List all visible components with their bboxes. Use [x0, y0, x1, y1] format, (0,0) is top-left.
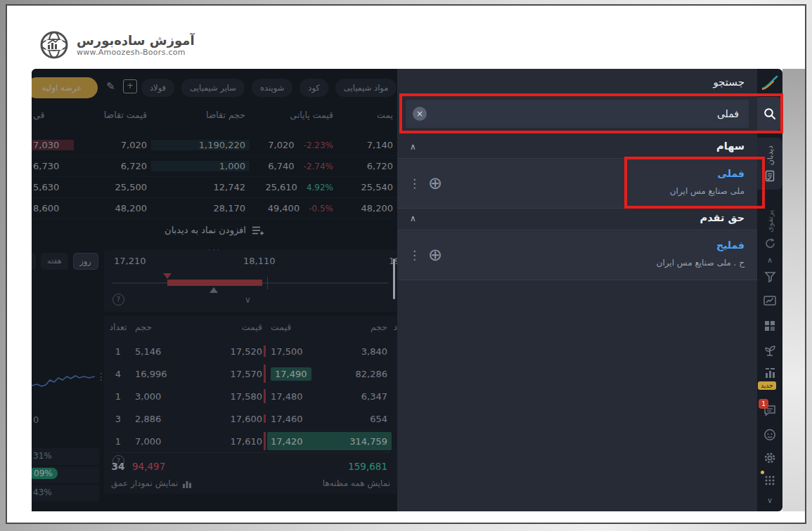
col-partial-left: قی [32, 110, 74, 120]
watch-row[interactable]: 09% [32, 466, 99, 483]
chart-period-chips: ​ هفته روز [32, 253, 98, 270]
search-result-right[interactable]: فملیح ح . ملی صنایع مس ایران ⋮ ⊕ [397, 231, 757, 280]
col-close-price: قیمت پایانی [250, 110, 337, 120]
orderbook-row[interactable]: 1 7,000 17,610 17,420 314,759 [104, 430, 397, 452]
price-range-card: 17,210 18,110 19 ? ∨ [104, 250, 397, 312]
chart-icon[interactable] [757, 295, 782, 306]
add-symbol-label: افزودن نماد به دیدبان [165, 225, 246, 235]
dashboard-grid-icon[interactable] [757, 320, 782, 332]
add-to-watchlist-icon[interactable]: ⊕ [428, 247, 442, 263]
settings-gear-icon[interactable] [757, 452, 782, 464]
tab-search-active[interactable] [757, 97, 782, 131]
show-all-quotes-link[interactable]: نمایش همه مظنه‌ها [323, 478, 390, 488]
clipped-value: 0 [33, 414, 39, 425]
table-row[interactable]: 5,630 25,500 12,742 25,6104.92% 25,540 [32, 177, 397, 198]
notification-dot [761, 471, 764, 474]
search-icon [763, 107, 776, 120]
chevron-down-icon[interactable]: ∨ [757, 496, 782, 505]
industry-tabs: فولاد سایر شیمیایی شوینده کود مواد شیمیا… [141, 79, 397, 97]
result-symbol[interactable]: فملی [718, 168, 745, 179]
search-input[interactable] [406, 100, 749, 128]
sell-depth-bar [264, 346, 266, 357]
message-count-badge: 1 [759, 399, 768, 409]
add-to-watchlist-icon[interactable]: ⊕ [428, 175, 442, 192]
apps-grid-icon[interactable] [757, 475, 782, 486]
chevron-up-icon[interactable]: ∧ [757, 256, 782, 265]
table-row[interactable]: 6,730 6,720 1,000 6,740-2.74% 6,720 [32, 156, 397, 177]
frame-gradient-strip [782, 69, 805, 511]
add-tab-icon[interactable]: + [123, 79, 137, 93]
col-buy-price: قیمت [268, 322, 320, 332]
table-row[interactable]: 7,030 7,020 1,190,220 7,020-2.23% 7,140 [32, 135, 397, 156]
scrollbar-thumb[interactable] [393, 258, 395, 299]
search-result-stock[interactable]: فملی ملی صنایع مس ایران ⋮ ⊕ [397, 159, 757, 209]
range-mid: 18,110 [243, 256, 276, 266]
section-rights-header[interactable]: حق تقدم ∧ [397, 209, 757, 230]
cell: 1,190,220 [151, 140, 250, 150]
orderbook-row[interactable]: 3 2,886 17,600 17,460 654 [104, 407, 397, 430]
tab-foolad[interactable]: فولاد [141, 79, 174, 97]
table-row[interactable]: 8,600 48,200 28,170 49,400-0.5% 48,200 [32, 198, 397, 219]
cell: 49,400-0.5% [250, 203, 337, 214]
edit-pencil-icon[interactable]: ✎ [106, 80, 115, 93]
watch-row[interactable]: 43% [32, 485, 99, 501]
support-icon[interactable] [757, 428, 782, 441]
section-label: سهام [716, 140, 745, 152]
orderbook-totals: 34 94,497 159,681 [104, 461, 397, 472]
percent-badge: 09% [32, 468, 58, 479]
period-partial[interactable]: ​ [32, 253, 36, 270]
section-label: حق تقدم [700, 212, 745, 223]
tab-chemical-materials[interactable]: مواد شیمیایی [335, 79, 397, 97]
col-partial-right: یمت [337, 110, 397, 120]
filter-icon[interactable] [757, 271, 782, 283]
seedling-icon[interactable] [757, 344, 782, 357]
chevron-up-icon[interactable]: ∧ [410, 142, 416, 152]
tab-portfolio-label: پرتفوی [766, 210, 775, 232]
kebab-menu-icon[interactable]: ⋮ [408, 176, 420, 190]
cell: 8,600 [32, 203, 74, 214]
cell: 48,200 [74, 203, 151, 214]
help-icon[interactable]: ? [112, 294, 124, 306]
tab-watchlist-label: دیدبان [766, 145, 775, 165]
col-bid-price: قیمت تقاضا [74, 110, 151, 120]
tab-watchlist[interactable]: دیدبان [757, 138, 782, 190]
watch-row[interactable]: 31% [32, 448, 99, 465]
tab-detergent[interactable]: شوینده [252, 79, 292, 97]
tab-other-chemical[interactable]: سایر شیمیایی [181, 79, 245, 97]
cell: 1,000 [151, 161, 250, 171]
period-week[interactable]: هفته [41, 253, 68, 270]
add-symbol-to-watchlist-button[interactable]: افزودن نماد به دیدبان [32, 225, 397, 235]
orderbook-header: تعداد حجم قیمت قیمت حجم د [104, 322, 397, 332]
period-day[interactable]: روز [73, 253, 98, 270]
market-table-header: قی قیمت تقاضا حجم تقاضا قیمت پایانی یمت [32, 110, 397, 120]
chevron-down-icon[interactable]: ∨ [245, 295, 251, 305]
cell: 7,020-2.23% [250, 140, 337, 150]
clear-search-icon[interactable]: × [413, 107, 427, 121]
total-count: 34 [104, 461, 132, 472]
orderbook-footer: نمایش نمودار عمق نمایش همه مظنه‌ها [104, 478, 397, 488]
total-sell-volume: 94,497 [132, 461, 210, 472]
cell: 25,540 [337, 182, 397, 192]
result-symbol[interactable]: فملیح [716, 240, 745, 251]
result-company-name: ملی صنایع مس ایران [670, 186, 745, 196]
chevron-up-icon[interactable]: ∧ [410, 214, 416, 223]
cell: 48,200 [337, 203, 397, 214]
col-sell-price: قیمت [199, 322, 262, 332]
cell: 28,170 [151, 203, 250, 214]
market-depth-bars-icon[interactable] [757, 367, 782, 379]
section-stocks-header[interactable]: سهام ∧ [397, 138, 757, 159]
sell-depth-bar [264, 432, 266, 450]
ipo-button[interactable]: عرضه اولیه [32, 77, 98, 98]
orderbook-row[interactable]: 1 3,000 17,580 17,480 6,347 [104, 385, 397, 407]
logo-title: آموزش ساده‌بورس [77, 33, 195, 48]
orderbook-row[interactable]: 4 16,996 17,570 17,490 82,286 [104, 362, 397, 385]
orderbook-row[interactable]: 1 5,146 17,520 17,500 3,840 [104, 340, 397, 362]
show-depth-chart-link[interactable]: نمایش نمودار عمق [111, 478, 192, 488]
cell: 6,720 [337, 161, 397, 171]
market-watch-region: عرضه اولیه ✎ + فولاد سایر شیمیایی شوینده… [32, 69, 397, 511]
search-panel: جستجو × سهام ∧ فملی ملی صنایع مس ایران ⋮… [397, 69, 757, 511]
tab-portfolio[interactable]: پرتفوی [757, 204, 782, 256]
tab-fertilizer[interactable]: کود [299, 79, 328, 97]
kebab-menu-icon[interactable]: ⋮ [408, 248, 420, 262]
sell-depth-bar [264, 414, 266, 423]
